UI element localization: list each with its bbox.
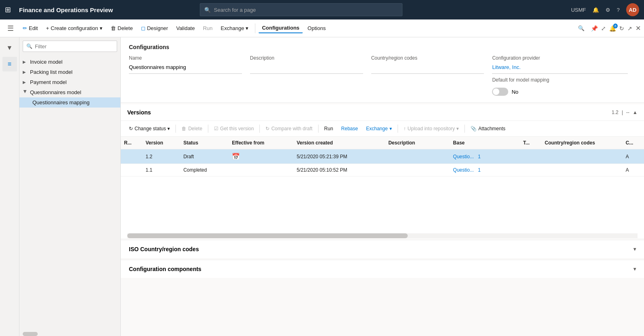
- h-scroll-thumb: [127, 233, 408, 238]
- versions-meta: 1.2 | -- ▲: [612, 110, 638, 115]
- table-row[interactable]: 1.2 Draft 📅 5/21/2020 05:21:39 PM Questi…: [121, 149, 644, 164]
- model-mapping-toggle[interactable]: [492, 88, 508, 96]
- config-provider-field: Configuration provider Litware, Inc. Def…: [492, 55, 636, 96]
- versions-delete-button[interactable]: 🗑 Delete: [178, 124, 205, 133]
- col-base: Base: [450, 137, 520, 149]
- tree-filter-input[interactable]: [35, 43, 113, 50]
- edit-button[interactable]: ✏ Edit: [19, 24, 41, 33]
- config-description-field: Description: [250, 55, 371, 96]
- versions-toolbar: ↻ Change status ▾ 🗑 Delete ☑ Get this ve…: [121, 121, 644, 137]
- row2-effective-from: [229, 164, 293, 177]
- change-status-button[interactable]: ↻ Change status ▾: [126, 124, 173, 133]
- delete-button[interactable]: 🗑 Delete: [107, 24, 136, 33]
- avatar[interactable]: AD: [626, 3, 639, 16]
- row1-effective-from: 📅: [229, 149, 293, 164]
- notification-icon[interactable]: 🔔: [593, 7, 599, 13]
- versions-exchange-button[interactable]: Exchange ▾: [363, 124, 395, 133]
- search-bar[interactable]: 🔍 Search for a page: [200, 3, 402, 16]
- versions-delete-icon: 🗑: [182, 126, 186, 131]
- versions-panel: Versions 1.2 | -- ▲ ↻ Change status ▾ 🗑: [121, 104, 644, 238]
- configurations-panel: Configurations Name Questionnaires mappi…: [121, 37, 644, 103]
- sidebar-icons: ▼ ≡: [0, 37, 19, 336]
- tree-bottom-scroll[interactable]: [19, 332, 120, 336]
- hamburger-icon[interactable]: ☰: [3, 21, 18, 36]
- tree-item-invoice-model[interactable]: ▶ Invoice model: [19, 57, 120, 67]
- components-chevron-icon: ▾: [633, 266, 636, 272]
- designer-button[interactable]: ◻ Designer: [138, 24, 171, 33]
- vtool-sep-3: [259, 125, 260, 133]
- validate-button[interactable]: Validate: [173, 24, 198, 33]
- tree-item-questionnaires-model[interactable]: ▶ Questionnaires model: [19, 87, 120, 97]
- exchange-chevron: ▾: [389, 126, 392, 131]
- settings-icon[interactable]: ⚙: [605, 7, 610, 13]
- create-configuration-button[interactable]: + Create configuration ▾: [43, 24, 106, 33]
- main-layout: ▼ ≡ 🔍 ▶ Invoice model ▶ Packing list mod…: [0, 37, 644, 336]
- vtool-sep-6: [464, 125, 465, 133]
- row2-country: [541, 164, 623, 177]
- tree-scroll-thumb: [23, 332, 38, 336]
- tree-arrow-invoice: ▶: [23, 60, 28, 64]
- tree-item-packing-model[interactable]: ▶ Packing list model: [19, 67, 120, 77]
- versions-table: R... Version Status Effective from Versi…: [121, 137, 644, 177]
- iso-section-title: ISO Country/region codes: [129, 246, 199, 252]
- components-section-title: Configuration components: [129, 266, 201, 272]
- row1-description: [385, 149, 450, 164]
- run-button[interactable]: Run: [200, 24, 216, 33]
- close-icon[interactable]: ✕: [635, 24, 641, 32]
- help-icon[interactable]: ?: [617, 7, 620, 13]
- components-section-header[interactable]: Configuration components ▾: [121, 260, 644, 278]
- col-version: Version: [142, 137, 180, 149]
- tree-item-payment-model[interactable]: ▶ Payment model: [19, 77, 120, 87]
- badge-icon[interactable]: 🔔8: [609, 25, 616, 32]
- grid-icon[interactable]: ⊞: [5, 5, 11, 14]
- iso-section-header[interactable]: ISO Country/region codes ▾: [121, 240, 644, 258]
- config-provider-value[interactable]: Litware, Inc.: [492, 62, 628, 74]
- main-content: Configurations Name Questionnaires mappi…: [121, 37, 644, 336]
- config-provider-label: Configuration provider: [492, 55, 628, 61]
- search-action-button[interactable]: 🔍: [575, 24, 588, 33]
- row2-base: Questio... 1: [450, 164, 520, 177]
- col-country: Country/region codes: [541, 137, 623, 149]
- rebase-button[interactable]: Rebase: [338, 124, 361, 133]
- upload-icon: ↑: [404, 126, 406, 131]
- expand-icon[interactable]: ⤢: [601, 25, 606, 32]
- open-new-icon[interactable]: ↗: [627, 25, 632, 32]
- configurations-tab[interactable]: Configurations: [259, 23, 302, 33]
- compare-with-draft-button[interactable]: ↻ Compare with draft: [262, 124, 315, 133]
- row2-t: [520, 164, 541, 177]
- table-row[interactable]: 1.1 Completed 5/21/2020 05:10:52 PM Ques…: [121, 164, 644, 177]
- vtool-sep-2: [208, 125, 208, 133]
- versions-run-button[interactable]: Run: [321, 124, 336, 133]
- config-name-value[interactable]: Questionnaires mapping: [129, 62, 242, 74]
- sidebar-filter-icon[interactable]: ▼: [2, 41, 17, 55]
- row1-status: Draft: [180, 149, 229, 164]
- collapse-icon[interactable]: ▲: [633, 110, 638, 115]
- get-this-version-button[interactable]: ☑ Get this version: [211, 124, 257, 133]
- attachments-button[interactable]: 📎 Attachments: [467, 124, 509, 133]
- sidebar-list-icon[interactable]: ≡: [2, 57, 17, 71]
- tree-label-invoice-model: Invoice model: [30, 59, 62, 65]
- chevron-down-icon-exchange: ▾: [246, 25, 248, 31]
- upload-into-repository-button[interactable]: ↑ Upload into repository ▾: [400, 124, 462, 133]
- config-name-label: Name: [129, 55, 242, 61]
- col-c: C...: [623, 137, 644, 149]
- config-description-value[interactable]: [250, 62, 363, 74]
- vtool-sep-5: [398, 125, 398, 133]
- version-number: 1.2: [612, 110, 618, 115]
- horizontal-scrollbar[interactable]: [127, 233, 638, 238]
- tree-item-questionnaires-mapping[interactable]: Questionnaires mapping: [19, 97, 120, 108]
- versions-table-scroll[interactable]: R... Version Status Effective from Versi…: [121, 137, 644, 177]
- tree-list: ▶ Invoice model ▶ Packing list model ▶ P…: [19, 55, 120, 332]
- vtool-sep-1: [175, 125, 176, 133]
- pin-icon[interactable]: 📌: [591, 25, 598, 32]
- toggle-value-row: No: [492, 88, 628, 96]
- versions-header-row: R... Version Status Effective from Versi…: [121, 137, 644, 149]
- refresh-icon[interactable]: ↻: [619, 25, 624, 32]
- row2-r: [121, 164, 142, 177]
- options-button[interactable]: Options: [304, 24, 329, 33]
- vtool-sep-4: [318, 125, 319, 133]
- config-country-value[interactable]: [371, 62, 484, 74]
- exchange-button[interactable]: Exchange ▾: [218, 24, 252, 33]
- config-description-label: Description: [250, 55, 363, 61]
- config-fields: Name Questionnaires mapping Description …: [129, 55, 636, 96]
